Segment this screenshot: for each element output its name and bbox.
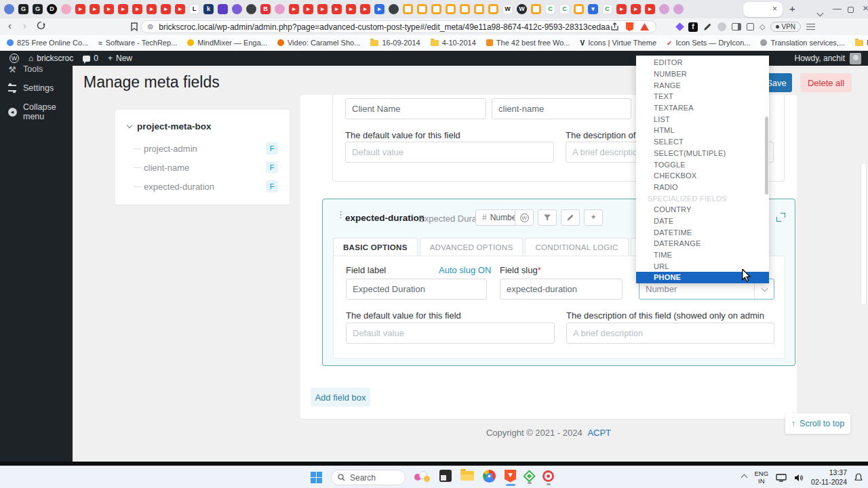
- pinned-tab-favicon[interactable]: ▸: [317, 4, 328, 14]
- taskbar-brave[interactable]: [505, 470, 516, 486]
- menu-icon[interactable]: [806, 24, 815, 30]
- acpt-link[interactable]: ACPT: [587, 428, 611, 438]
- pinned-tab-favicon[interactable]: [218, 4, 228, 14]
- pinned-tab-favicon[interactable]: ▸: [346, 4, 356, 14]
- taskbar-search[interactable]: Search: [331, 470, 406, 485]
- dropdown-option-toggle[interactable]: TOGGLE: [636, 159, 769, 170]
- address-bar[interactable]: ⊜ brickscroc.local/wp-admin/admin.php?pa…: [141, 20, 656, 33]
- tab-advanced-options[interactable]: ADVANCED OPTIONS: [420, 238, 524, 256]
- sidebar-item-collapse-menu[interactable]: ◂ Collapse menu: [0, 98, 73, 126]
- pinned-tab-favicon[interactable]: [232, 4, 242, 14]
- pinned-tab-favicon[interactable]: [673, 4, 684, 14]
- pinned-tab-favicon[interactable]: D: [47, 4, 57, 14]
- site-settings-icon[interactable]: ⊜: [147, 22, 153, 31]
- pinned-tab-favicon[interactable]: G: [18, 4, 28, 14]
- meta-field-item-client-name[interactable]: client-nameF: [115, 159, 290, 178]
- dropdown-option-select[interactable]: SELECT: [636, 136, 769, 148]
- close-window-button[interactable]: ×: [863, 2, 868, 14]
- extension-diamond-outline-icon[interactable]: ◇: [760, 22, 765, 31]
- bookmark-item-825-free-online-co[interactable]: 825 Free Online Co...: [7, 39, 88, 47]
- alert-triangle-icon[interactable]: [640, 23, 649, 30]
- windows-start-button[interactable]: [311, 472, 322, 483]
- sidebar-item-tools[interactable]: ⚒ Tools: [0, 66, 73, 79]
- comments-menu[interactable]: 0: [83, 54, 98, 63]
- reload-icon[interactable]: [37, 21, 45, 30]
- notifications-bell-icon[interactable]: [854, 473, 863, 482]
- back-icon[interactable]: ‹: [8, 20, 12, 31]
- pinned-tab-favicon[interactable]: [246, 4, 256, 14]
- pencil-extension-icon[interactable]: [703, 22, 712, 31]
- page-scrollbar[interactable]: [861, 163, 867, 305]
- pinned-tab-favicon[interactable]: W: [517, 4, 527, 14]
- dropdown-scrollbar[interactable]: [765, 117, 768, 195]
- pinned-tab-favicon[interactable]: [659, 4, 669, 14]
- pinned-tab-favicon[interactable]: ▸: [75, 4, 85, 14]
- extension-square-icon[interactable]: [747, 23, 754, 30]
- tray-expand-icon[interactable]: [741, 474, 748, 481]
- bookmark-item-photoshop-tricks-6-1[interactable]: Photoshop tricks 6/1: [855, 39, 868, 47]
- avatar[interactable]: [850, 53, 861, 64]
- dropdown-option-country[interactable]: COUNTRY: [636, 204, 769, 216]
- bookmark-item-mindmixer-enga[interactable]: MindMixer — Enga...: [187, 39, 267, 47]
- bookmark-item-video-caramel-sho[interactable]: Video: Caramel Sho...: [277, 39, 360, 47]
- field-slug-input[interactable]: [500, 279, 623, 300]
- pinned-tab-favicon[interactable]: B: [260, 4, 271, 14]
- brave-shield-icon[interactable]: [626, 22, 633, 31]
- pinned-tab-favicon[interactable]: [403, 4, 413, 14]
- pinned-tab-favicon[interactable]: [389, 4, 399, 14]
- pinned-tab-favicon[interactable]: [574, 4, 584, 14]
- pinned-tab-favicon[interactable]: C: [559, 4, 570, 14]
- taskbar-chrome[interactable]: [483, 470, 496, 486]
- bookmark-item-16-09-2014[interactable]: 16-09-2014: [370, 39, 420, 47]
- filter-button[interactable]: [538, 209, 557, 226]
- dropdown-option-time[interactable]: TIME: [636, 249, 769, 261]
- dropdown-option-checkbox[interactable]: CHECKBOX: [636, 170, 769, 182]
- pinned-tab-favicon[interactable]: ▸: [161, 4, 171, 14]
- pinned-tab-favicon[interactable]: ▸: [118, 4, 128, 14]
- close-tab-icon[interactable]: ×: [772, 4, 777, 14]
- site-name-menu[interactable]: ⌂brickscroc: [28, 54, 73, 63]
- taskbar-app-red[interactable]: [542, 470, 554, 485]
- pinned-tab-favicon[interactable]: ▸: [175, 4, 185, 14]
- wp-logo-menu[interactable]: W: [9, 54, 19, 63]
- extension-f-icon[interactable]: f: [688, 22, 698, 32]
- wordpress-button[interactable]: W: [515, 209, 534, 226]
- delete-all-button[interactable]: Delete all: [800, 73, 852, 92]
- pinned-tab-favicon[interactable]: ▸: [289, 4, 299, 14]
- pinned-tab-favicon[interactable]: C: [602, 4, 612, 14]
- meta-box-tree-header[interactable]: project-meta-box: [127, 121, 212, 131]
- dropdown-option-textarea[interactable]: TEXTAREA: [636, 102, 769, 114]
- client-field-label-input[interactable]: [345, 98, 486, 119]
- taskbar-clock[interactable]: 13:3702-11-2024: [811, 468, 847, 486]
- pinned-tab-favicon[interactable]: C: [545, 4, 555, 14]
- bookmark-item-icon-sets-dryicon[interactable]: ✓Icon Sets — DryIcon...: [667, 39, 750, 47]
- bookmark-item-software-techrep[interactable]: ≈Software - TechRep...: [98, 39, 177, 47]
- restore-button[interactable]: [848, 5, 854, 15]
- url-text[interactable]: brickscroc.local/wp-admin/admin.php?page…: [159, 22, 610, 32]
- new-content-menu[interactable]: +New: [108, 54, 132, 63]
- language-switcher[interactable]: ENGIN: [754, 470, 768, 485]
- widgets-icon[interactable]: [414, 471, 431, 485]
- forward-icon[interactable]: ›: [23, 20, 26, 31]
- pinned-tab-favicon[interactable]: ▸: [90, 4, 100, 14]
- description-input[interactable]: [566, 323, 774, 344]
- howdy-menu[interactable]: Howdy, anchit: [795, 54, 845, 63]
- pinned-tab-favicon[interactable]: ▸: [104, 4, 114, 14]
- default-value-input[interactable]: [346, 323, 555, 344]
- edit-button[interactable]: [561, 209, 580, 226]
- taskbar-app-green[interactable]: [525, 472, 534, 484]
- dropdown-option-range[interactable]: RANGE: [636, 79, 769, 91]
- pinned-tab-favicon[interactable]: [531, 4, 541, 14]
- pinned-tab-favicon[interactable]: [417, 4, 427, 14]
- dropdown-option-date[interactable]: DATE: [636, 216, 769, 227]
- pinned-tab-favicon[interactable]: [474, 4, 484, 14]
- side-panel-icon[interactable]: [732, 23, 741, 30]
- taskbar-file-explorer[interactable]: [460, 471, 474, 484]
- auto-slug-toggle[interactable]: Auto slug ON: [439, 265, 491, 275]
- vpn-button[interactable]: VPN: [770, 22, 801, 32]
- sidebar-item-settings[interactable]: Settings: [0, 79, 73, 98]
- drag-handle-icon[interactable]: ⋮: [336, 209, 345, 220]
- bookmark-item-the-42-best-free-wo[interactable]: The 42 best free Wo...: [486, 39, 570, 47]
- pinned-tab-favicon[interactable]: [61, 4, 71, 14]
- pinned-tab-favicon[interactable]: ▸: [360, 4, 370, 14]
